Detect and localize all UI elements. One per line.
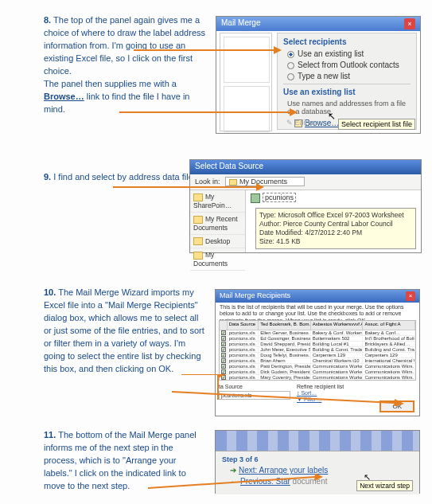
checkbox-icon[interactable]: ✓ [221, 342, 226, 346]
table-row[interactable]: ✓pcunions.xlsDick Godwin, PresidentCommu… [220, 369, 415, 375]
recipient-grid[interactable]: Data Source Ted Bookmark, B. Bom. Asbest… [219, 320, 416, 381]
mmr-titlebar: Mail Merge Recipients × [216, 290, 419, 303]
data-source-section: ta Source pcunions.xls [219, 384, 290, 400]
place-recent[interactable]: My Recent Documents [190, 213, 245, 235]
place-sharepoint[interactable]: My SharePoin… [190, 190, 245, 213]
table-row[interactable]: ✓pcunions.xlsBrian AhernChemical Workers… [220, 358, 415, 364]
checkbox-icon[interactable]: ✓ [221, 336, 226, 341]
mm-titlebar: Mail Merge × [216, 17, 420, 31]
option-existing-list[interactable]: Use an existing list [287, 49, 411, 58]
folder-icon [193, 237, 203, 245]
place-mydocs[interactable]: My Documents [190, 248, 245, 271]
step10-body: The Mail Merge Wizard imports my Excel f… [44, 287, 204, 373]
step10-num: 10. [44, 287, 56, 297]
step11-body: The bottom of the Mail Merge panel infor… [44, 430, 197, 490]
step9-text: 9. I find and select by address data fil… [44, 171, 179, 184]
arrow-left-icon: ← [230, 477, 238, 486]
sds-titlebar: Select Data Source [190, 160, 421, 174]
table-row[interactable]: ✓pcunions.xlsDoug Tefelyi, Business…Carp… [220, 353, 415, 358]
step10-text: 10. The Mail Merge Wizard imports my Exc… [44, 287, 207, 376]
radio-icon [287, 62, 294, 69]
table-row[interactable]: ✓pcunions.xlsPatti Derington, PresidentC… [220, 364, 415, 369]
next-link[interactable]: ➔Next: Arrange your labels [230, 466, 413, 475]
places-bar: My SharePoin… My Recent Documents Deskto… [190, 190, 246, 252]
cursor-icon: ↖ [328, 111, 336, 122]
sort-link[interactable]: ↕ Sort… [297, 390, 344, 396]
refine-section: Refine recipient list ↕ Sort… ▼ Filter… [297, 384, 344, 403]
table-row[interactable]: ✓pcunions.xlsDavid Sheppard, PresidenBui… [220, 342, 415, 347]
checkbox-icon[interactable]: ✓ [221, 369, 226, 374]
select-data-source-dialog: Select Data Source Look in: My Documents… [189, 159, 422, 253]
step9-body: I find and select by address data file. [53, 172, 196, 182]
arrow-right-icon: ➔ [230, 466, 236, 475]
table-row[interactable]: ✓pcunions.xlsEd Gossinger, Business…Boil… [220, 336, 415, 342]
mail-merge-panel: Mail Merge × Select recipients Use an ex… [216, 16, 421, 134]
step9-num: 9. [44, 172, 51, 182]
ruler-deco [216, 431, 419, 451]
excel-icon [251, 193, 260, 203]
data-source-box[interactable]: pcunions.xls [219, 391, 290, 400]
table-row[interactable]: ✓pcunions.xlsJohn Meier, Executive S…Bui… [220, 347, 415, 353]
step8-body2a: The panel then supplies me with a [44, 79, 177, 88]
doc-page [224, 86, 270, 132]
checkbox-icon[interactable]: ✓ [221, 330, 226, 335]
mmr-bottom: ta Source pcunions.xls Refine recipient … [219, 384, 416, 412]
folder-icon [229, 179, 237, 186]
checkbox-icon[interactable]: ✓ [221, 364, 226, 369]
tooltip: Next wizard step [356, 480, 413, 491]
sds-toolbar: Look in: My Documents [190, 174, 421, 190]
checkbox-icon[interactable]: ✓ [221, 358, 226, 363]
use-existing-heading: Use an existing list [283, 88, 411, 96]
ok-button[interactable]: OK [379, 400, 414, 412]
use-existing-desc: Use names and addresses from a file or a… [287, 100, 411, 115]
step11-num: 11. [44, 430, 56, 440]
file-item[interactable]: pcunions [251, 193, 296, 203]
folder-icon [193, 216, 203, 224]
table-row[interactable]: ✓pcunions.xlsMary Coventry, PresidentCom… [220, 375, 415, 381]
step8-browse-word: Browse… [44, 92, 84, 101]
step11-text: 11. The bottom of the Mail Merge panel i… [44, 429, 203, 493]
step-indicator: Step 3 of 6 [222, 455, 413, 463]
step8-body1: The top of the panel again gives me a ch… [44, 15, 205, 76]
step8-num: 8. [44, 15, 51, 25]
radio-icon [287, 51, 294, 58]
option-new-list[interactable]: Type a new list [287, 72, 411, 80]
grid-header: Data Source Ted Bookmark, B. Bom. Asbest… [220, 321, 415, 330]
mail-merge-recipients-dialog: Mail Merge Recipients × This is the list… [215, 289, 420, 416]
document-preview [220, 33, 272, 131]
lookin-label: Look in: [195, 178, 220, 186]
doc-page [224, 37, 270, 83]
folder-icon [193, 252, 203, 260]
step8-text: 8. The top of the panel again gives me a… [44, 14, 207, 116]
close-icon[interactable]: × [404, 18, 415, 29]
place-desktop[interactable]: Desktop [190, 235, 245, 249]
filter-link[interactable]: ▼ Filter… [297, 397, 344, 402]
folder-icon [193, 193, 203, 201]
checkbox-icon[interactable]: ✓ [221, 347, 226, 352]
radio-icon [287, 73, 294, 80]
lookin-dropdown[interactable]: My Documents [225, 177, 305, 186]
select-recipients-heading: Select recipients [283, 37, 411, 46]
close-icon[interactable]: × [406, 291, 415, 301]
table-row[interactable]: ✓pcunions.xlsEllen Gerver, Business…Bake… [220, 330, 415, 336]
checkbox-icon[interactable]: ✓ [221, 375, 226, 380]
mm-title: Mail Merge [221, 18, 260, 29]
file-tooltip: Type: Microsoft Office Excel 97-2003 Wor… [255, 208, 416, 249]
edit-recipient-link[interactable]: ✎ Edit re [286, 119, 316, 127]
tooltip: Select recipient list file [338, 119, 415, 130]
mm-task-pane: Select recipients Use an existing list S… [277, 33, 417, 130]
mail-merge-bottom-panel: Step 3 of 6 ➔Next: Arrange your labels ←… [215, 430, 420, 494]
option-outlook[interactable]: Select from Outlook contacts [287, 61, 411, 69]
checkbox-icon[interactable]: ✓ [221, 353, 226, 357]
